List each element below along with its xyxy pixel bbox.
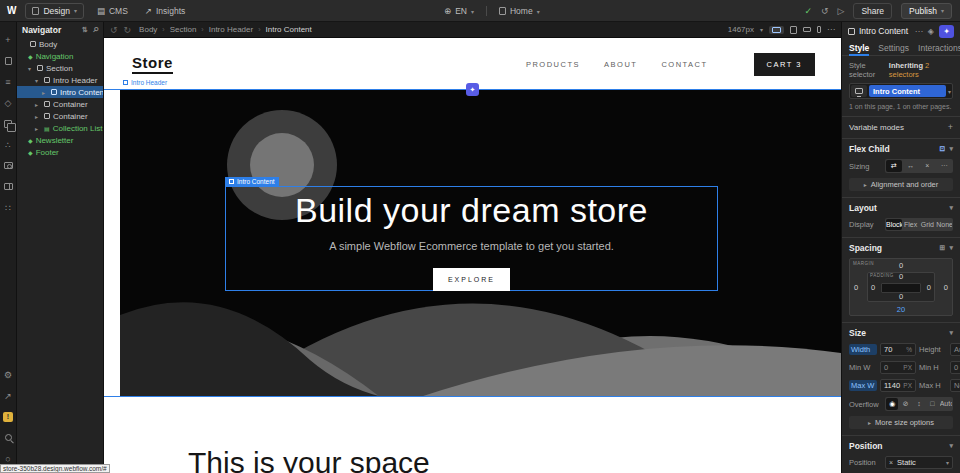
tree-item-container[interactable]: ▸ Container (17, 110, 103, 122)
chevron-right-icon[interactable]: ▸ (35, 125, 41, 132)
hero-section[interactable]: Intro Content Build your dream store A s… (120, 90, 841, 397)
class-pill[interactable]: Intro Content (869, 85, 946, 97)
chevron-down-icon[interactable]: ▾ (949, 329, 953, 337)
logic-button[interactable]: ∴ (0, 134, 16, 155)
margin-bottom-value[interactable]: 20 (850, 305, 952, 314)
flex-parent-icon[interactable]: ⊡ (940, 145, 946, 153)
breadcrumb-item[interactable]: Section (170, 25, 197, 34)
min-width-input[interactable]: 0 PX (880, 361, 916, 374)
tree-item-intro-header[interactable]: ▾ Intro Header (17, 74, 103, 86)
display-block-option[interactable]: Block (886, 219, 902, 230)
height-input[interactable]: Auto ▾ (950, 343, 960, 356)
cms-button[interactable]: ▤ CMS (93, 4, 132, 18)
padding-bottom-value[interactable]: 0 (850, 292, 952, 301)
hero-heading[interactable]: Build your dream store (295, 191, 648, 230)
next-section-heading[interactable]: This is your space (188, 446, 430, 473)
hero-subheading[interactable]: A simple Webflow Ecommerce template to g… (329, 240, 614, 252)
nav-link-about[interactable]: ABOUT (604, 60, 637, 69)
collapse-all-icon[interactable]: ⇅ (82, 26, 88, 34)
class-selector-input[interactable]: Intro Content ▾ (849, 83, 953, 99)
sizing-grow-option[interactable]: ↔ (903, 160, 919, 172)
chevron-down-icon[interactable]: ▾ (949, 204, 953, 212)
audit-button[interactable]: ↗ (0, 385, 16, 406)
ai-assistant-button[interactable]: ✦ (939, 25, 954, 38)
tree-item-footer[interactable]: ◆ Footer (17, 146, 103, 158)
breakpoint-desktop-button[interactable] (769, 26, 784, 34)
breakpoint-phone-button[interactable] (817, 26, 821, 33)
pin-icon[interactable]: ⚲ (91, 25, 100, 34)
min-height-input[interactable]: 0 PX (950, 361, 960, 374)
insights-button[interactable]: ↗ Insights (141, 4, 189, 18)
publish-button[interactable]: Publish ▾ (901, 3, 952, 19)
tab-settings[interactable]: Settings (878, 43, 909, 53)
viewport-width[interactable]: 1467px (728, 25, 754, 34)
nav-link-products[interactable]: PRODUCTS (526, 60, 580, 69)
locale-selector[interactable]: ⊕ EN ▾ (440, 4, 478, 18)
margin-top-value[interactable]: 0 (850, 261, 952, 270)
preview-icon[interactable]: ▷ (837, 6, 844, 16)
display-grid-option[interactable]: Grid (920, 219, 936, 230)
more-breakpoints-icon[interactable]: ⋯ (827, 25, 835, 34)
chevron-right-icon[interactable]: ▸ (42, 89, 48, 96)
chevron-down-icon[interactable]: ▾ (35, 77, 41, 84)
sizing-none-option[interactable]: × (920, 160, 936, 172)
intro-content-badge[interactable]: Intro Content (225, 177, 279, 187)
tab-style[interactable]: Style (849, 40, 869, 56)
breadcrumb-item[interactable]: Intro Header (209, 25, 253, 34)
cart-button[interactable]: CART 3 (754, 53, 815, 76)
history-icon[interactable]: ↺ (821, 6, 829, 16)
libraries-button[interactable] (0, 176, 16, 197)
position-select[interactable]: × Static ▾ (885, 456, 953, 469)
pages-button[interactable] (0, 50, 16, 71)
add-variable-mode-button[interactable]: + (948, 122, 953, 132)
tree-item-collection-list[interactable]: ▸ ▤ Collection List Wra... (17, 122, 103, 134)
more-options-icon[interactable]: ⋯ (915, 27, 923, 36)
chevron-right-icon[interactable]: ▸ (35, 101, 41, 108)
design-mode-button[interactable]: Design ▾ (25, 3, 83, 19)
add-element-button[interactable]: + (0, 29, 16, 50)
create-component-icon[interactable]: ◈ (928, 27, 934, 36)
breadcrumb-item[interactable]: Body (139, 25, 157, 34)
settings-button[interactable]: ⚙ (0, 364, 16, 385)
tree-item-section[interactable]: ▾ Section (17, 62, 103, 74)
max-width-input[interactable]: 1140 PX (880, 379, 916, 392)
apps-button[interactable]: ∷ (0, 197, 16, 218)
store-logo[interactable]: Store (132, 54, 173, 74)
tree-item-newsletter[interactable]: ◆ Newsletter (17, 134, 103, 146)
breakpoint-tablet-button[interactable] (790, 26, 797, 34)
intro-header-tag[interactable]: Intro Header (123, 79, 167, 86)
margin-right-value[interactable]: 0 (944, 283, 948, 292)
sizing-more-option[interactable]: ⋯ (936, 160, 952, 172)
margin-left-value[interactable]: 0 (854, 283, 858, 292)
assets-button[interactable] (0, 113, 16, 134)
tree-item-body[interactable]: Body (17, 38, 103, 50)
padding-left-value[interactable]: 0 (871, 283, 875, 292)
padding-top-value[interactable]: 0 (850, 272, 952, 281)
tree-item-intro-content[interactable]: ▸ Intro Content (17, 86, 103, 98)
overflow-hidden-option[interactable]: ⊘ (899, 398, 911, 410)
chevron-down-icon[interactable]: ▾ (948, 88, 951, 95)
breadcrumb-item-current[interactable]: Intro Content (266, 25, 312, 34)
spacing-options-icon[interactable]: ⊞ (940, 244, 946, 252)
width-input[interactable]: 70 % (880, 343, 916, 356)
max-height-input[interactable]: None ▾ (950, 379, 960, 392)
overflow-auto-option[interactable]: Auto (940, 398, 952, 410)
page-selector[interactable]: Home ▾ (495, 4, 544, 18)
spacing-control[interactable]: MARGIN 0 0 0 20 PADDING 0 0 0 0 (849, 258, 953, 316)
overflow-clip-option[interactable]: □ (926, 398, 938, 410)
alerts-button[interactable]: ! (0, 406, 16, 427)
display-none-option[interactable]: None (936, 219, 952, 230)
undo-icon[interactable]: ↺ (110, 25, 118, 35)
more-size-options-expander[interactable]: ▸More size options (849, 416, 953, 429)
chevron-down-icon[interactable]: ▾ (28, 65, 34, 72)
display-flex-option[interactable]: Flex (903, 219, 919, 230)
tree-item-navigation[interactable]: ◆ Navigation (17, 50, 103, 62)
chevron-down-icon[interactable]: ▾ (949, 145, 953, 153)
explore-button[interactable]: EXPLORE (433, 268, 510, 291)
breakpoint-phone-landscape-button[interactable] (803, 27, 811, 32)
webflow-logo-icon[interactable]: W (7, 5, 16, 16)
overflow-visible-option[interactable]: ◉ (886, 398, 898, 410)
search-button[interactable] (0, 427, 16, 448)
intro-content-selection[interactable]: Intro Content Build your dream store A s… (225, 186, 718, 291)
redo-icon[interactable]: ↻ (124, 25, 132, 35)
